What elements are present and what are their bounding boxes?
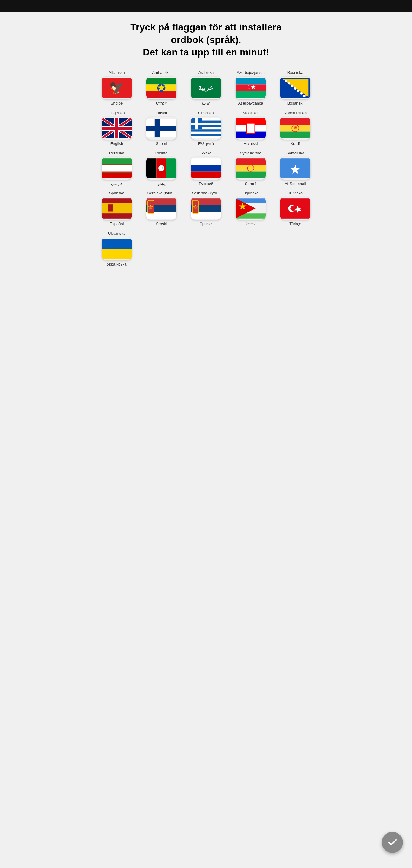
svg-point-21 [303, 95, 305, 97]
flag-greece[interactable] [191, 117, 221, 140]
lang-bottom-label-15: Español [110, 221, 124, 226]
lang-top-label-0: Albanska [109, 70, 124, 75]
svg-rect-48 [101, 164, 132, 164]
language-item-bosnia[interactable]: Bosniska Bosanski [273, 68, 318, 108]
language-item-arabic[interactable]: Arabiska عربية عربية [184, 68, 228, 108]
svg-rect-86 [101, 249, 132, 258]
lang-bottom-label-4: Bosanski [288, 101, 303, 105]
svg-text:عربية: عربية [198, 84, 214, 92]
lang-bottom-label-7: Ελληνικά [198, 141, 214, 146]
svg-text:☽★: ☽★ [245, 84, 256, 90]
language-item-eritrea[interactable]: Tigrinska ትግርኛ [228, 188, 273, 229]
top-bar [0, 0, 412, 12]
lang-top-label-18: Tigrinska [243, 191, 259, 195]
lang-bottom-label-16: Srpski [156, 221, 167, 226]
lang-bottom-label-9: Kurdî [290, 141, 300, 146]
language-item-spain[interactable]: Spanska Español [94, 188, 139, 229]
language-item-turkey[interactable]: Turkiska Türkçe [273, 188, 318, 229]
flag-serbia[interactable]: ⚜ [146, 197, 176, 220]
lang-top-label-13: Sydkurdiska [240, 151, 262, 155]
language-item-ukraine[interactable]: Ukrainska Українська [94, 229, 139, 269]
language-item-greece[interactable]: Grekiska Ελληνικά [184, 108, 228, 148]
language-item-croatia[interactable]: Kroatiska Hrvatski [228, 108, 273, 148]
lang-top-label-14: Somaliska [286, 151, 304, 155]
language-item-serbia_cyr[interactable]: Serbiska (kyril... ⚜ Српски [184, 188, 228, 229]
lang-bottom-label-6: Suomi [156, 141, 167, 146]
lang-top-label-6: Finska [156, 111, 167, 115]
svg-rect-49 [101, 172, 132, 173]
svg-rect-11 [236, 91, 266, 98]
lang-bottom-label-19: Türkçe [289, 221, 301, 226]
lang-bottom-label-8: Hrvatski [244, 141, 258, 146]
lang-bottom-label-2: عربية [202, 101, 210, 105]
language-item-kurdish_south[interactable]: Sydkurdiska Soranî [228, 148, 273, 188]
flag-arabic[interactable]: عربية [191, 76, 221, 99]
lang-top-label-7: Grekiska [198, 111, 213, 115]
lang-top-label-12: Ryska [201, 151, 211, 155]
language-item-albania[interactable]: Albanska 🦅 Shqipe [94, 68, 139, 108]
flag-ethiopia[interactable] [146, 76, 176, 99]
flag-ukraine[interactable] [101, 238, 132, 260]
flag-albania[interactable]: 🦅 [101, 76, 132, 99]
svg-rect-30 [191, 131, 221, 133]
lang-bottom-label-1: አማርኛ [156, 101, 167, 106]
flag-uk[interactable] [101, 117, 132, 140]
svg-rect-38 [247, 123, 255, 133]
lang-top-label-2: Arabiska [199, 70, 214, 75]
page-header: Tryck på flaggan för att installera ordb… [0, 12, 412, 65]
svg-rect-4 [146, 91, 176, 98]
flag-azerbaijan[interactable]: ☽★ [236, 76, 266, 99]
lang-top-label-9: Nordkurdiska [284, 111, 307, 115]
lang-bottom-label-20: Українська [107, 262, 126, 267]
svg-point-18 [294, 87, 296, 90]
language-item-serbia[interactable]: Serbiska (latin... ⚜ Srpski [139, 188, 184, 229]
lang-bottom-label-3: Azərbaycanca [238, 101, 263, 105]
flag-finland[interactable] [146, 117, 176, 140]
svg-text:☽: ☽ [160, 166, 163, 170]
flag-spain[interactable] [101, 197, 132, 220]
lang-bottom-label-14: Af-Soomaali [285, 181, 306, 186]
svg-rect-57 [191, 172, 221, 178]
svg-point-17 [291, 85, 293, 87]
svg-point-16 [288, 82, 290, 84]
lang-top-label-17: Serbiska (kyril... [192, 191, 220, 195]
flag-kurdish[interactable]: ☀ [280, 117, 311, 140]
language-item-afghanistan[interactable]: Pashto ☽ پښتو [139, 148, 184, 188]
lang-top-label-8: Kroatiska [242, 111, 259, 115]
flag-bosnia[interactable] [280, 76, 311, 99]
svg-rect-50 [146, 158, 156, 179]
language-item-uk[interactable]: Engelska English [94, 108, 139, 148]
lang-top-label-16: Serbiska (latin... [147, 191, 175, 195]
language-item-kurdish[interactable]: Nordkurdiska ☀ Kurdî [273, 108, 318, 148]
flag-somalia[interactable] [280, 157, 311, 180]
svg-rect-58 [236, 158, 266, 165]
svg-point-15 [285, 80, 288, 82]
language-item-azerbaijan[interactable]: Azerbajdzjans... ☽★ Azərbaycanca [228, 68, 273, 108]
language-item-iran[interactable]: Persiska فارسی [94, 148, 139, 188]
svg-rect-34 [191, 123, 202, 125]
confirm-button[interactable] [382, 832, 403, 853]
flag-iran[interactable] [101, 157, 132, 180]
language-item-somalia[interactable]: Somaliska Af-Soomaali [273, 148, 318, 188]
svg-rect-40 [280, 118, 311, 125]
flag-serbia_cyr[interactable]: ⚜ [191, 197, 221, 220]
flag-turkey[interactable] [280, 197, 311, 220]
language-item-finland[interactable]: Finska Suomi [139, 108, 184, 148]
flag-russia[interactable] [191, 157, 221, 180]
lang-top-label-3: Azerbajdzjans... [237, 70, 265, 75]
flag-afghanistan[interactable]: ☽ [146, 157, 176, 180]
lang-bottom-label-0: Shqipe [111, 101, 123, 105]
svg-rect-66 [108, 204, 113, 211]
flag-eritrea[interactable] [236, 197, 266, 220]
svg-rect-56 [191, 165, 221, 172]
flag-croatia[interactable] [236, 117, 266, 140]
lang-bottom-label-12: Русский [199, 181, 213, 186]
lang-top-label-19: Turkiska [288, 191, 303, 195]
svg-rect-46 [101, 165, 132, 172]
flag-kurdish_south[interactable] [236, 157, 266, 180]
svg-rect-60 [236, 172, 266, 178]
language-item-ethiopia[interactable]: Amhariska አማርኛ [139, 68, 184, 108]
svg-point-20 [300, 92, 302, 95]
language-item-russia[interactable]: Ryska Русский [184, 148, 228, 188]
lang-top-label-11: Pashto [155, 151, 167, 155]
